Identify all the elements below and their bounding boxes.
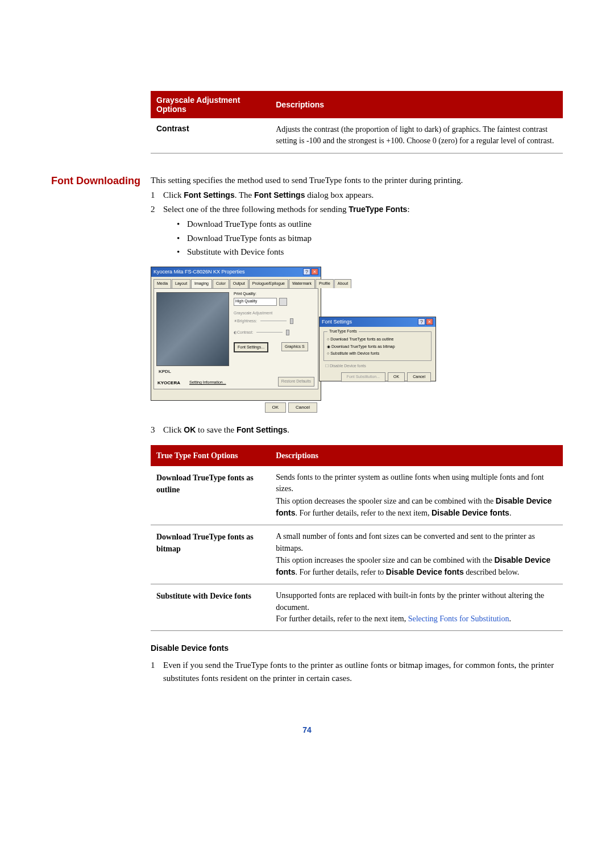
kyocera-logo: KYOCERA: [157, 380, 180, 387]
tab-color[interactable]: Color: [213, 279, 229, 288]
font-settings-window: Font Settings ? × TrueType Fonts ○ Downl…: [319, 317, 436, 381]
tab-layout[interactable]: Layout: [172, 279, 190, 288]
option-desc: A small number of fonts and font sizes c…: [270, 525, 563, 584]
step-num: 2: [151, 203, 163, 216]
option-label: Contrast: [151, 118, 270, 153]
tab-output[interactable]: Output: [230, 279, 248, 288]
contrast-slider[interactable]: ◐Contrast:: [234, 330, 289, 336]
radio-substitute[interactable]: ○ Substitute with Device fonts: [327, 351, 428, 357]
bullet-text: Download TrueType fonts as outline: [187, 218, 312, 231]
radio-outline[interactable]: ○ Download TrueType fonts as outline: [327, 337, 428, 343]
graphics-button[interactable]: Graphics S: [281, 342, 308, 352]
restore-defaults-button[interactable]: Restore Defaults: [278, 377, 314, 387]
titlebar: Font Settings ? ×: [320, 317, 435, 327]
fieldset-title: TrueType Fonts: [327, 329, 359, 335]
option-desc: Unsupported fonts are replaced with buil…: [270, 584, 563, 631]
print-quality-label: Print Quality:: [234, 291, 256, 297]
font-settings-button[interactable]: Font Settings...: [234, 342, 268, 353]
tab-about[interactable]: About: [334, 279, 351, 288]
page-number: 74: [51, 725, 563, 734]
option-label: Substitute with Device fonts: [151, 584, 270, 631]
print-quality-select[interactable]: High Quality: [234, 298, 277, 306]
bullet-text: Download TrueType fonts as bitmap: [187, 232, 312, 245]
grayscale-table: Grayscale Adjustment Options Description…: [151, 91, 563, 153]
font-substitution-button: Font Substitution...: [341, 372, 385, 382]
step-text: Click Font Settings. The Font Settings d…: [163, 189, 563, 202]
help-icon[interactable]: ?: [303, 268, 310, 275]
step-num: 3: [151, 423, 163, 437]
grayscale-label: Grayscale Adjustment: [234, 310, 272, 317]
help-icon[interactable]: ?: [418, 318, 425, 325]
table-header: Descriptions: [270, 91, 563, 118]
truetype-fieldset: TrueType Fonts ○ Download TrueType fonts…: [323, 331, 432, 361]
print-quality-button[interactable]: [279, 298, 287, 306]
bullet-icon: •: [177, 218, 187, 231]
properties-window: Kyocera Mita FS-C8026N KX Properties ? ×…: [151, 267, 321, 401]
subsection-heading: Disable Device fonts: [151, 642, 563, 654]
setting-info-link[interactable]: Setting Information...: [189, 380, 226, 386]
window-title: Font Settings: [322, 318, 352, 326]
disable-device-checkbox[interactable]: ☐ Disable Device fonts: [325, 363, 430, 369]
bullet-icon: •: [177, 246, 187, 259]
kpdl-label: KPDL: [159, 368, 171, 375]
screenshot-figure: Kyocera Mita FS-C8026N KX Properties ? ×…: [151, 267, 437, 413]
option-label: Download TrueType fonts as outline: [151, 466, 270, 525]
step-num: 1: [151, 189, 163, 202]
ok-button[interactable]: OK: [388, 372, 405, 382]
table-header: Descriptions: [270, 445, 563, 466]
table-header: Grayscale Adjustment Options: [151, 91, 270, 118]
cancel-button[interactable]: Cancel: [407, 372, 431, 382]
cancel-button[interactable]: Cancel: [288, 402, 317, 413]
bullet-text: Substitute with Device fonts: [187, 246, 284, 259]
step-text: Click OK to save the Font Settings.: [163, 423, 563, 437]
brightness-slider[interactable]: ☀Brightness:: [234, 318, 293, 325]
tab-profile[interactable]: Profile: [316, 279, 334, 288]
truetype-table: True Type Font Options Descriptions Down…: [151, 445, 563, 631]
step-text: Even if you send the TrueType fonts to t…: [163, 659, 563, 684]
window-title: Kyocera Mita FS-C8026N KX Properties: [154, 268, 245, 276]
ok-button[interactable]: OK: [265, 402, 287, 413]
tab-media[interactable]: Media: [154, 279, 171, 288]
step-num: 1: [151, 659, 163, 684]
option-label: Download TrueType fonts as bitmap: [151, 525, 270, 584]
tab-watermark[interactable]: Watermark: [289, 279, 315, 288]
tab-imaging[interactable]: Imaging: [191, 279, 212, 288]
section-heading: Font Downloading: [51, 174, 151, 686]
tab-prologue[interactable]: Prologue/Epilogue: [249, 279, 288, 288]
radio-bitmap[interactable]: ◉ Download TrueType fonts as bitmap: [327, 344, 428, 350]
close-icon[interactable]: ×: [311, 268, 318, 275]
option-desc: Sends fonts to the printer system as out…: [270, 466, 563, 525]
close-icon[interactable]: ×: [426, 318, 433, 325]
intro-text: This setting specifies the method used t…: [151, 174, 563, 187]
option-desc: Adjusts the contrast (the proportion of …: [270, 118, 563, 153]
table-header: True Type Font Options: [151, 445, 270, 466]
step-text: Select one of the three following method…: [163, 203, 563, 216]
bullet-icon: •: [177, 232, 187, 245]
titlebar: Kyocera Mita FS-C8026N KX Properties ? ×: [151, 267, 321, 277]
preview-image: [156, 292, 229, 366]
link-selecting-fonts[interactable]: Selecting Fonts for Substitution: [408, 614, 509, 623]
